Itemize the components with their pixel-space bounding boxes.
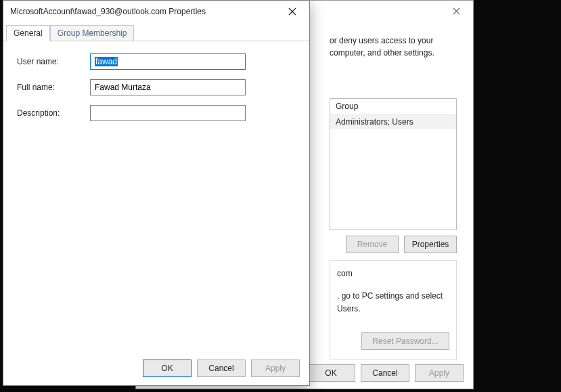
description-field[interactable] <box>90 105 246 121</box>
password-text-1: com <box>337 267 449 280</box>
fullname-field[interactable] <box>90 79 246 95</box>
apply-button: Apply <box>251 360 300 377</box>
front-titlebar: MicrosoftAccount\fawad_930@outlook.com P… <box>3 1 309 22</box>
close-icon <box>288 7 296 16</box>
list-buttons: Add... Remove Properties <box>330 236 457 253</box>
close-button[interactable] <box>278 3 307 20</box>
remove-button: Remove <box>346 236 399 253</box>
ok-button[interactable]: OK <box>143 360 192 377</box>
table-row[interactable]: Administrators; Users <box>330 114 456 129</box>
properties-button[interactable]: Properties <box>404 236 457 253</box>
back-footer: OK Cancel Apply <box>307 364 464 382</box>
label-username: User name: <box>17 57 90 66</box>
form-area: User name: fawad Full name: Description: <box>3 41 309 143</box>
label-fullname: Full name: <box>17 83 90 92</box>
front-footer: OK Cancel Apply <box>143 360 300 377</box>
username-value: fawad <box>95 57 118 66</box>
row-username: User name: fawad <box>17 53 296 70</box>
account-properties-dialog: MicrosoftAccount\fawad_930@outlook.com P… <box>3 0 310 386</box>
row-description: Description: <box>17 105 296 121</box>
username-field[interactable]: fawad <box>90 53 246 70</box>
label-description: Description: <box>17 108 90 118</box>
row-fullname: Full name: <box>17 79 296 95</box>
back-cancel-button[interactable]: Cancel <box>361 364 409 382</box>
user-list[interactable]: Group Administrators; Users <box>330 98 457 230</box>
back-ok-button[interactable]: OK <box>307 364 355 382</box>
dialog-title: MicrosoftAccount\fawad_930@outlook.com P… <box>10 7 206 16</box>
back-apply-button: Apply <box>415 364 464 382</box>
cancel-button[interactable]: Cancel <box>197 360 246 377</box>
tab-general[interactable]: General <box>6 25 50 41</box>
tab-strip: General Group Membership <box>3 22 309 41</box>
reset-password-button: Reset Password... <box>361 332 449 350</box>
tab-group-membership[interactable]: Group Membership <box>50 25 135 41</box>
password-section: com , go to PC settings and select Users… <box>330 260 457 360</box>
password-text-2: , go to PC settings and select Users. <box>337 290 449 315</box>
column-header-group[interactable]: Group <box>330 99 456 114</box>
close-icon[interactable] <box>442 2 470 20</box>
